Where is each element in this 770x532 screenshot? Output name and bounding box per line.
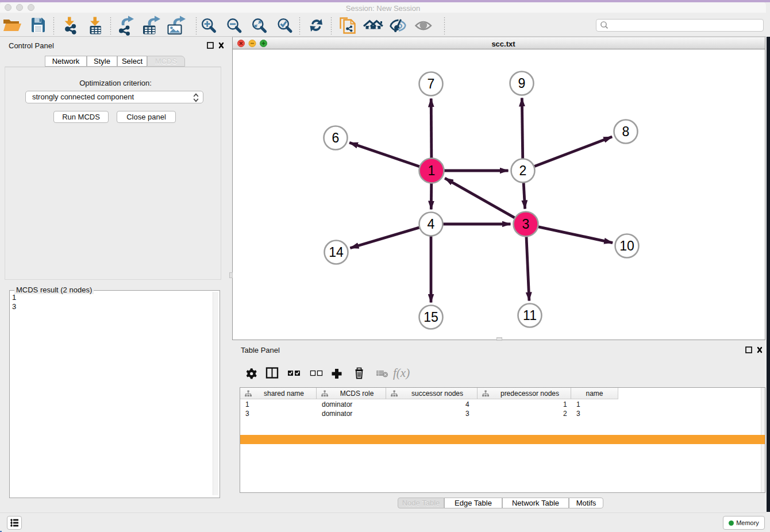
svg-text:4: 4	[428, 217, 435, 232]
svg-text:9: 9	[518, 76, 526, 91]
svg-text:11: 11	[523, 308, 537, 323]
svg-text:f(x): f(x)	[393, 366, 410, 380]
svg-text:8: 8	[622, 124, 630, 139]
svg-text:10: 10	[619, 238, 634, 253]
svg-text:14: 14	[329, 245, 344, 260]
svg-text:15: 15	[424, 310, 438, 325]
svg-text:3: 3	[522, 217, 530, 232]
svg-text:7: 7	[428, 76, 435, 91]
svg-text:1: 1	[428, 163, 436, 178]
svg-text:6: 6	[332, 130, 340, 145]
svg-text:2: 2	[519, 163, 527, 178]
